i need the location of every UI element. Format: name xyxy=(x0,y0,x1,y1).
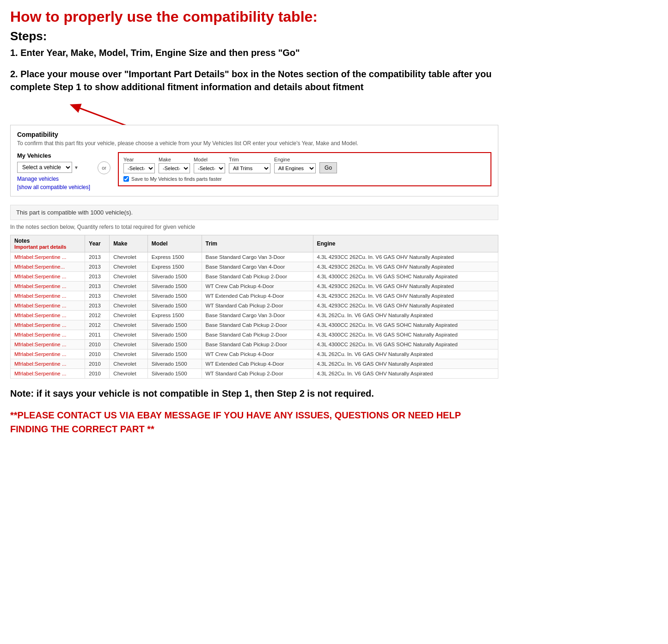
cell-year: 2012 xyxy=(85,320,110,330)
table-row: Mfrlabel:Serpentine ...2013ChevroletSilv… xyxy=(11,291,498,301)
cell-model: Silverado 1500 xyxy=(147,369,202,379)
cell-make: Chevrolet xyxy=(110,359,147,369)
cell-notes: Mfrlabel:Serpentine ... xyxy=(11,301,85,311)
cell-trim: Base Standard Cargo Van 3-Door xyxy=(202,252,313,262)
year-field: Year -Select- xyxy=(123,157,155,173)
cell-make: Chevrolet xyxy=(110,311,147,320)
cell-notes: Mfrlabel:Serpentine ... xyxy=(11,330,85,340)
col-notes: Notes Important part details xyxy=(11,235,85,252)
table-row: Mfrlabel:Serpentine ...2010ChevroletSilv… xyxy=(11,340,498,350)
cell-trim: Base Standard Cab Pickup 2-Door xyxy=(202,340,313,350)
cell-make: Chevrolet xyxy=(110,301,147,311)
cell-engine: 4.3L 4300CC 262Cu. In. V6 GAS SOHC Natur… xyxy=(313,272,498,282)
cell-engine: 4.3L 4293CC 262Cu. In. V6 GAS OHV Natura… xyxy=(313,282,498,291)
cell-make: Chevrolet xyxy=(110,369,147,379)
save-checkbox[interactable] xyxy=(123,176,129,182)
cell-notes: Mfrlabel:Serpentine ... xyxy=(11,252,85,262)
model-label: Model xyxy=(194,157,225,162)
table-row: Mfrlabel:Serpentine ...2013ChevroletSilv… xyxy=(11,301,498,311)
cell-year: 2010 xyxy=(85,359,110,369)
cell-trim: WT Standard Cab Pickup 2-Door xyxy=(202,301,313,311)
cell-notes: Mfrlabel:Serpentine ... xyxy=(11,311,85,320)
cell-notes: Mfrlabel:Serpentine ... xyxy=(11,320,85,330)
cell-engine: 4.3L 262Cu. In. V6 GAS OHV Naturally Asp… xyxy=(313,369,498,379)
cell-make: Chevrolet xyxy=(110,350,147,359)
table-row: Mfrlabel:Serpentine ...2010ChevroletSilv… xyxy=(11,369,498,379)
go-button[interactable]: Go xyxy=(319,162,337,173)
manage-vehicles-link[interactable]: Manage vehicles xyxy=(17,176,90,182)
cell-year: 2013 xyxy=(85,272,110,282)
cell-model: Express 1500 xyxy=(147,252,202,262)
col-trim: Trim xyxy=(202,235,313,252)
model-select[interactable]: -Select- xyxy=(194,163,225,173)
show-all-link[interactable]: [show all compatible vehicles] xyxy=(17,184,90,190)
table-row: Mfrlabel:Serpentine ...2013ChevroletExpr… xyxy=(11,252,498,262)
cell-engine: 4.3L 4300CC 262Cu. In. V6 GAS SOHC Natur… xyxy=(313,340,498,350)
cell-make: Chevrolet xyxy=(110,291,147,301)
trim-select[interactable]: All Trims xyxy=(229,163,270,173)
cell-model: Silverado 1500 xyxy=(147,340,202,350)
trim-label: Trim xyxy=(229,157,270,162)
cell-notes: Mfrlabel:Serpentine ... xyxy=(11,282,85,291)
cell-trim: WT Extended Cab Pickup 4-Door xyxy=(202,291,313,301)
trim-field: Trim All Trims xyxy=(229,157,270,173)
cell-year: 2013 xyxy=(85,291,110,301)
dropdown-arrow-icon: ▼ xyxy=(74,165,79,170)
table-row: Mfrlabel:Serpentine ...2013ChevroletSilv… xyxy=(11,272,498,282)
table-row: Mfrlabel:Serpentine ...2012ChevroletSilv… xyxy=(11,320,498,330)
save-label: Save to My Vehicles to finds parts faste… xyxy=(131,176,222,182)
col-make: Make xyxy=(110,235,147,252)
step2-text: 2. Place your mouse over "Important Part… xyxy=(10,67,498,93)
cell-trim: WT Standard Cab Pickup 2-Door xyxy=(202,369,313,379)
or-divider: or xyxy=(98,161,110,174)
cell-notes: Mfrlabel:Serpentine ... xyxy=(11,272,85,282)
cell-engine: 4.3L 262Cu. In. V6 GAS OHV Naturally Asp… xyxy=(313,311,498,320)
cell-make: Chevrolet xyxy=(110,340,147,350)
cell-notes: Mfrlabel:Serpentine ... xyxy=(11,359,85,369)
cell-notes: Mfrlabel:Serpentine ... xyxy=(11,350,85,359)
cell-year: 2013 xyxy=(85,301,110,311)
cell-engine: 4.3L 4293CC 262Cu. In. V6 GAS OHV Natura… xyxy=(313,262,498,272)
cell-engine: 4.3L 4293CC 262Cu. In. V6 GAS OHV Natura… xyxy=(313,252,498,262)
select-vehicle-dropdown[interactable]: Select a vehicle xyxy=(17,162,72,173)
cell-year: 2011 xyxy=(85,330,110,340)
cell-notes: Mfrlabel:Serpentine ... xyxy=(11,340,85,350)
cell-make: Chevrolet xyxy=(110,320,147,330)
table-header-row: Notes Important part details Year Make M… xyxy=(11,235,498,252)
table-row: Mfrlabel:Serpentine ...2011ChevroletSilv… xyxy=(11,330,498,340)
note-text: Note: if it says your vehicle is not com… xyxy=(10,387,498,400)
year-select[interactable]: -Select- xyxy=(123,163,155,173)
cell-trim: WT Extended Cab Pickup 4-Door xyxy=(202,359,313,369)
quantity-note: In the notes section below, Quantity ref… xyxy=(10,224,498,230)
cell-year: 2013 xyxy=(85,282,110,291)
save-row: Save to My Vehicles to finds parts faste… xyxy=(123,176,486,182)
compat-title: Compatibility xyxy=(17,131,491,138)
cell-year: 2013 xyxy=(85,252,110,262)
cell-make: Chevrolet xyxy=(110,262,147,272)
table-row: Mfrlabel:Serpentine ...2010ChevroletSilv… xyxy=(11,350,498,359)
cell-notes: Mfrlabel:Serpentine ... xyxy=(11,369,85,379)
svg-line-1 xyxy=(75,106,130,127)
cell-engine: 4.3L 4293CC 262Cu. In. V6 GAS OHV Natura… xyxy=(313,291,498,301)
my-vehicles-section: My Vehicles Select a vehicle ▼ Manage ve… xyxy=(17,152,90,190)
cell-year: 2010 xyxy=(85,350,110,359)
cell-model: Silverado 1500 xyxy=(147,301,202,311)
cell-model: Silverado 1500 xyxy=(147,330,202,340)
cell-model: Silverado 1500 xyxy=(147,359,202,369)
make-select[interactable]: -Select- xyxy=(159,163,190,173)
cell-engine: 4.3L 4293CC 262Cu. In. V6 GAS OHV Natura… xyxy=(313,301,498,311)
engine-select[interactable]: All Engines xyxy=(274,163,316,173)
cell-make: Chevrolet xyxy=(110,330,147,340)
col-engine: Engine xyxy=(313,235,498,252)
cell-make: Chevrolet xyxy=(110,252,147,262)
col-model: Model xyxy=(147,235,202,252)
cell-notes: Mfrlabel:Serpentine... xyxy=(11,262,85,272)
compatibility-table: Notes Important part details Year Make M… xyxy=(10,235,498,379)
cell-engine: 4.3L 262Cu. In. V6 GAS OHV Naturally Asp… xyxy=(313,350,498,359)
cell-trim: Base Standard Cab Pickup 2-Door xyxy=(202,330,313,340)
compatibility-section: Compatibility To confirm that this part … xyxy=(10,125,498,196)
model-field: Model -Select- xyxy=(194,157,225,173)
engine-field: Engine All Engines xyxy=(274,157,316,173)
cell-trim: WT Crew Cab Pickup 4-Door xyxy=(202,350,313,359)
my-vehicles-label: My Vehicles xyxy=(17,152,90,159)
